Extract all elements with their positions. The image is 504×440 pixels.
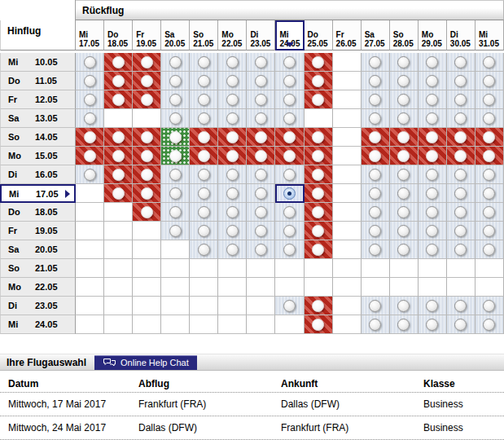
fare-radio-selected[interactable] — [283, 187, 296, 200]
fare-radio[interactable] — [397, 187, 410, 200]
fare-radio[interactable] — [198, 94, 210, 106]
fare-radio[interactable] — [169, 94, 182, 106]
fare-radio[interactable] — [397, 225, 410, 237]
fare-radio[interactable] — [84, 131, 96, 143]
fare-radio[interactable] — [283, 75, 296, 87]
fare-radio[interactable] — [84, 169, 96, 181]
fare-radio[interactable] — [141, 206, 153, 218]
fare-radio[interactable] — [369, 319, 381, 331]
fare-radio[interactable] — [141, 75, 153, 87]
fare-radio[interactable] — [426, 94, 438, 106]
online-help-chat-button[interactable]: Online Help Chat — [94, 355, 197, 370]
fare-radio[interactable] — [483, 244, 495, 256]
fare-radio[interactable] — [283, 56, 296, 68]
fare-radio[interactable] — [226, 244, 239, 256]
fare-radio[interactable] — [283, 206, 296, 218]
fare-radio[interactable] — [312, 225, 324, 237]
fare-radio[interactable] — [84, 56, 96, 68]
fare-radio[interactable] — [169, 75, 182, 87]
fare-radio[interactable] — [226, 131, 239, 143]
fare-radio[interactable] — [454, 131, 467, 143]
fare-radio[interactable] — [426, 75, 438, 87]
fare-radio[interactable] — [312, 94, 324, 106]
fare-radio[interactable] — [483, 225, 495, 237]
fare-radio[interactable] — [112, 150, 125, 162]
fare-radio[interactable] — [397, 150, 410, 162]
fare-radio[interactable] — [397, 206, 410, 218]
fare-radio[interactable] — [169, 169, 182, 181]
fare-radio[interactable] — [226, 169, 239, 181]
fare-radio[interactable] — [112, 75, 125, 87]
fare-radio[interactable] — [426, 56, 438, 68]
fare-radio[interactable] — [483, 206, 495, 218]
fare-radio[interactable] — [397, 75, 410, 87]
fare-radio[interactable] — [483, 131, 495, 143]
fare-radio[interactable] — [169, 187, 182, 200]
fare-radio[interactable] — [369, 112, 381, 125]
fare-radio[interactable] — [454, 94, 467, 106]
fare-radio[interactable] — [369, 244, 381, 256]
fare-radio[interactable] — [454, 300, 467, 312]
fare-radio[interactable] — [283, 300, 296, 312]
fare-radio[interactable] — [369, 300, 381, 312]
fare-radio[interactable] — [198, 112, 210, 125]
fare-radio[interactable] — [198, 206, 210, 218]
fare-radio[interactable] — [369, 94, 381, 106]
fare-radio[interactable] — [312, 300, 324, 312]
fare-radio[interactable] — [198, 150, 210, 162]
fare-radio[interactable] — [255, 150, 267, 162]
fare-radio[interactable] — [369, 187, 381, 200]
fare-radio[interactable] — [312, 56, 324, 68]
fare-radio[interactable] — [426, 244, 438, 256]
fare-radio[interactable] — [84, 94, 96, 106]
fare-radio[interactable] — [454, 56, 467, 68]
fare-radio[interactable] — [397, 131, 410, 143]
fare-radio[interactable] — [369, 75, 381, 87]
fare-radio[interactable] — [483, 169, 495, 181]
fare-radio[interactable] — [169, 150, 182, 162]
fare-radio[interactable] — [84, 150, 96, 162]
fare-radio[interactable] — [369, 131, 381, 143]
fare-radio[interactable] — [226, 75, 239, 87]
fare-radio[interactable] — [426, 225, 438, 237]
fare-radio[interactable] — [483, 112, 495, 125]
fare-radio[interactable] — [255, 206, 267, 218]
fare-radio[interactable] — [141, 56, 153, 68]
fare-radio[interactable] — [112, 131, 125, 143]
fare-radio[interactable] — [454, 206, 467, 218]
fare-radio[interactable] — [483, 319, 495, 331]
fare-radio[interactable] — [312, 131, 324, 143]
fare-radio[interactable] — [255, 187, 267, 200]
fare-radio[interactable] — [426, 112, 438, 125]
fare-radio[interactable] — [283, 169, 296, 181]
fare-radio[interactable] — [112, 94, 125, 106]
fare-radio[interactable] — [198, 187, 210, 200]
fare-radio[interactable] — [454, 169, 467, 181]
fare-radio[interactable] — [312, 244, 324, 256]
fare-radio[interactable] — [369, 206, 381, 218]
fare-radio[interactable] — [397, 94, 410, 106]
fare-radio[interactable] — [255, 112, 267, 125]
fare-radio[interactable] — [397, 300, 410, 312]
fare-radio[interactable] — [426, 300, 438, 312]
fare-radio[interactable] — [112, 169, 125, 181]
fare-radio[interactable] — [369, 169, 381, 181]
fare-radio[interactable] — [141, 187, 153, 200]
fare-radio[interactable] — [255, 225, 267, 237]
fare-radio[interactable] — [483, 94, 495, 106]
fare-radio[interactable] — [255, 244, 267, 256]
fare-radio[interactable] — [369, 150, 381, 162]
fare-radio[interactable] — [397, 244, 410, 256]
fare-radio[interactable] — [483, 150, 495, 162]
fare-radio[interactable] — [426, 206, 438, 218]
fare-radio[interactable] — [397, 56, 410, 68]
fare-radio[interactable] — [255, 94, 267, 106]
fare-radio[interactable] — [141, 169, 153, 181]
fare-radio[interactable] — [397, 112, 410, 125]
fare-radio[interactable] — [312, 319, 324, 331]
fare-radio[interactable] — [454, 225, 467, 237]
fare-radio[interactable] — [426, 319, 438, 331]
fare-radio[interactable] — [454, 187, 467, 200]
fare-radio[interactable] — [169, 131, 182, 143]
fare-radio[interactable] — [283, 225, 296, 237]
